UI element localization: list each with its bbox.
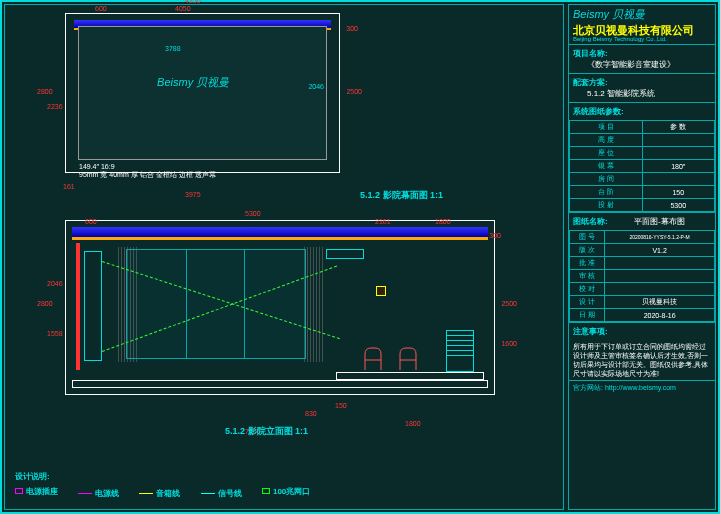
design-notes-label: 设计说明: — [15, 471, 328, 482]
company-name: 北京贝视曼科技有限公司 — [569, 24, 715, 36]
parameter-table: 项 目参 数 高 度 座 位 银 幕180″ 房 间 台 阶150 投 射530… — [569, 120, 715, 212]
main-area: Beismy 贝视曼 600 4050 4250 300 2800 2236 3… — [4, 4, 564, 510]
metadata-table: 图 号20200816-YYSY-5.1.2-P-M 版 次V1.2 批 准 审… — [569, 230, 715, 322]
projector-icon — [326, 249, 364, 259]
cinema-section-view: 5300 600 2161 1800 2800 2046 1558 2500 1… — [65, 220, 495, 425]
cinema-seat-icon — [361, 342, 385, 372]
wall-outlet-icon — [376, 286, 386, 296]
figure-caption-2: 5.1.2 影院立面图 1:1 — [225, 425, 308, 438]
drawing-name: 平面图-幕布图 — [608, 216, 711, 227]
notice-text: 所有用于下订单或订立合同的图纸均需经过设计师及主管审核签名确认后才生效,否则一切… — [569, 340, 715, 380]
legend: 设计说明: 电源插座 电源线 音箱线 信号线 100兆网口 — [15, 471, 328, 500]
projection-screen: Beismy 贝视曼 — [78, 26, 327, 160]
project-name: 《数字智能影音室建设》 — [573, 59, 711, 70]
drawing-sheet: Beismy 贝视曼 600 4050 4250 300 2800 2236 3… — [0, 0, 720, 514]
website-url: 官方网站: http://www.beismy.com — [569, 380, 715, 395]
equipment-rack-icon — [446, 330, 474, 372]
brand-logo: Beismy 贝视曼 — [569, 5, 715, 24]
screen-logo: Beismy 贝视曼 — [153, 73, 233, 92]
screen-front-view: Beismy 贝视曼 600 4050 4250 300 2800 2236 3… — [65, 13, 340, 188]
screen-side — [84, 251, 102, 361]
cinema-seat-icon — [396, 342, 420, 372]
window-wall — [126, 249, 306, 359]
plan-name: 5.1.2 智能影院系统 — [573, 88, 711, 99]
title-block: Beismy 贝视曼 北京贝视曼科技有限公司 Beijing Beismy Te… — [568, 4, 716, 510]
figure-caption-1: 5.1.2 影院幕面图 1:1 — [360, 189, 443, 202]
